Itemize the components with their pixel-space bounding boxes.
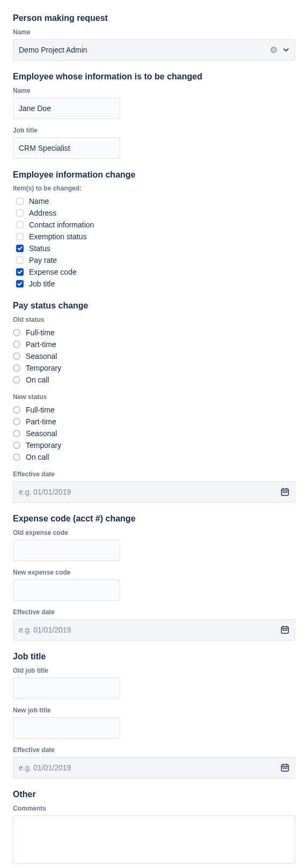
old-jobtitle-input[interactable]	[13, 678, 120, 699]
radio-row[interactable]: Temporary	[13, 439, 295, 451]
checkbox-icon[interactable]	[16, 256, 24, 264]
checkbox-icon[interactable]	[16, 197, 24, 205]
jobtitle-effective-date-input[interactable]: e.g. 01/01/2019	[13, 757, 295, 778]
checkbox-label: Contact information	[29, 220, 94, 229]
radio-row[interactable]: Seasonal	[13, 350, 295, 362]
employee-name-label: Name	[13, 87, 295, 94]
radio-label: Part-time	[26, 417, 56, 426]
section-employee: Employee whose information is to be chan…	[13, 71, 295, 159]
radio-label: Temporary	[26, 441, 61, 450]
svg-rect-18	[287, 763, 288, 765]
svg-rect-4	[287, 488, 288, 490]
radio-row[interactable]: Part-time	[13, 416, 295, 428]
employee-jobtitle-input[interactable]: CRM Specialist	[13, 137, 120, 159]
radio-icon[interactable]	[13, 430, 20, 437]
new-expense-input[interactable]	[13, 579, 120, 601]
checkbox-label: Name	[29, 197, 49, 205]
radio-icon[interactable]	[13, 376, 20, 384]
comments-textarea[interactable]	[13, 815, 295, 864]
old-status-label: Old status	[13, 316, 295, 323]
old-expense-input[interactable]	[13, 540, 120, 561]
checkbox-icon[interactable]	[16, 221, 24, 229]
checkbox-icon[interactable]	[16, 209, 24, 217]
radio-label: On call	[26, 376, 49, 384]
radio-icon[interactable]	[13, 418, 20, 425]
checkbox-label: Exemption status	[29, 232, 86, 241]
calendar-icon[interactable]	[281, 763, 289, 772]
calendar-icon[interactable]	[281, 626, 289, 634]
checkbox-row[interactable]: Status	[13, 242, 295, 254]
svg-rect-17	[283, 763, 284, 765]
radio-label: Seasonal	[26, 429, 57, 438]
jobtitle-section-title: Job title	[13, 651, 295, 663]
employee-name-input[interactable]: Jane Doe	[13, 98, 120, 119]
checkbox-icon[interactable]	[16, 268, 24, 276]
radio-icon[interactable]	[13, 341, 20, 348]
radio-row[interactable]: Temporary	[13, 362, 295, 374]
chevron-down-icon[interactable]	[283, 47, 289, 53]
new-expense-label: New expense code	[13, 569, 295, 576]
svg-rect-21	[286, 768, 287, 769]
pay-effective-date-input[interactable]: e.g. 01/01/2019	[13, 481, 295, 503]
checkbox-icon[interactable]	[16, 245, 24, 252]
checkbox-row[interactable]: Expense code	[13, 266, 295, 278]
checkbox-label: Expense code	[29, 268, 77, 276]
old-expense-label: Old expense code	[13, 529, 295, 536]
checkbox-row[interactable]: Contact information	[13, 219, 295, 231]
checkbox-label: Pay rate	[29, 256, 57, 264]
radio-label: On call	[26, 453, 49, 461]
new-jobtitle-input[interactable]	[13, 717, 120, 739]
svg-rect-6	[284, 492, 285, 493]
comments-label: Comments	[13, 805, 295, 812]
radio-icon[interactable]	[13, 364, 20, 372]
checkbox-row[interactable]: Job title	[13, 278, 295, 290]
clear-icon[interactable]	[270, 46, 277, 54]
radio-icon[interactable]	[13, 352, 20, 360]
radio-label: Full-time	[26, 406, 55, 414]
checkbox-row[interactable]: Address	[13, 207, 295, 219]
checkbox-row[interactable]: Exemption status	[13, 231, 295, 242]
expense-effective-date-input[interactable]: e.g. 01/01/2019	[13, 619, 295, 641]
other-title: Other	[13, 789, 295, 800]
pay-effective-label: Effective date	[13, 470, 295, 478]
radio-icon[interactable]	[13, 329, 20, 336]
radio-row[interactable]: Full-time	[13, 327, 295, 339]
radio-label: Seasonal	[26, 352, 57, 361]
svg-rect-7	[286, 492, 287, 493]
jobtitle-effective-label: Effective date	[13, 746, 295, 754]
radio-label: Temporary	[26, 364, 61, 372]
section-expense: Expense code (acct #) change Old expense…	[13, 513, 295, 641]
requester-name-label: Name	[13, 28, 295, 36]
section-info-change: Employee information change Item(s) to b…	[13, 170, 295, 290]
requester-name-select[interactable]: Demo Project Admin	[13, 39, 295, 61]
svg-rect-14	[286, 630, 287, 631]
svg-rect-11	[287, 626, 288, 627]
radio-label: Part-time	[26, 340, 56, 349]
expense-title: Expense code (acct #) change	[13, 513, 295, 525]
old-status-radios: Full-timePart-timeSeasonalTemporaryOn ca…	[13, 327, 295, 386]
checkbox-icon[interactable]	[16, 280, 24, 288]
svg-rect-5	[283, 492, 284, 493]
checkbox-row[interactable]: Pay rate	[13, 254, 295, 266]
radio-icon[interactable]	[13, 453, 20, 461]
radio-row[interactable]: Seasonal	[13, 428, 295, 439]
old-jobtitle-label: Old job title	[13, 667, 295, 674]
section-other: Other Comments	[13, 789, 295, 866]
new-status-label: New status	[13, 393, 295, 401]
checkbox-label: Job title	[29, 279, 55, 288]
radio-icon[interactable]	[13, 442, 20, 449]
radio-icon[interactable]	[13, 406, 20, 414]
requester-title: Person making request	[13, 13, 295, 24]
svg-rect-10	[283, 626, 284, 627]
employee-jobtitle-label: Job title	[13, 127, 295, 134]
radio-row[interactable]: On call	[13, 451, 295, 463]
radio-row[interactable]: Part-time	[13, 339, 295, 350]
radio-row[interactable]: On call	[13, 374, 295, 386]
calendar-icon[interactable]	[281, 488, 289, 496]
new-jobtitle-label: New job title	[13, 707, 295, 714]
checkbox-row[interactable]: Name	[13, 195, 295, 207]
radio-row[interactable]: Full-time	[13, 404, 295, 416]
new-status-radios: Full-timePart-timeSeasonalTemporaryOn ca…	[13, 404, 295, 463]
items-label: Item(s) to be changed:	[13, 185, 295, 192]
checkbox-icon[interactable]	[16, 233, 24, 240]
